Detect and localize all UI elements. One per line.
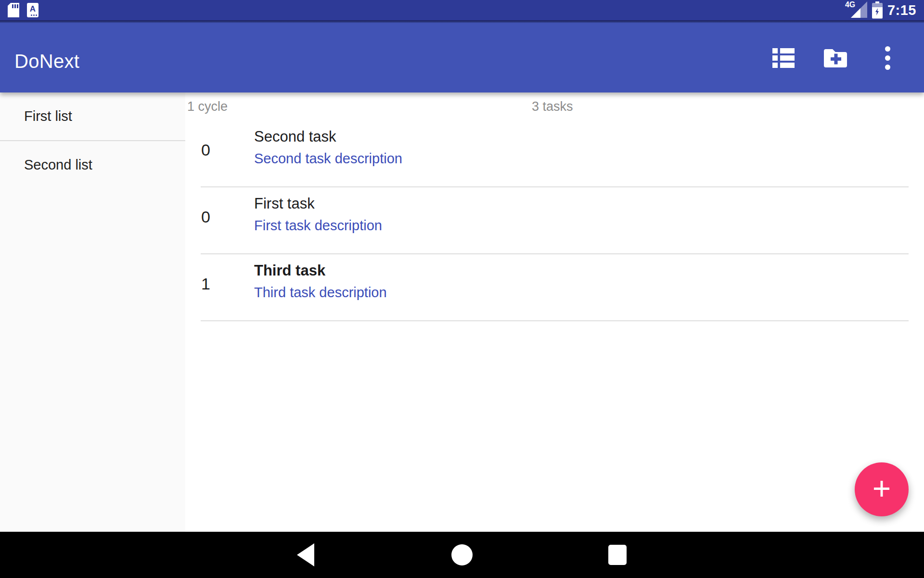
plus-icon: +: [873, 473, 891, 504]
task-title: First task: [254, 195, 382, 212]
add-task-fab[interactable]: +: [855, 462, 909, 516]
battery-charging-icon: [872, 1, 883, 19]
status-bar-shadow: [0, 20, 924, 23]
task-row[interactable]: 1 Third task Third task description: [185, 254, 924, 320]
sidebar-item-first-list[interactable]: First list: [0, 92, 185, 141]
view-list-icon: [772, 48, 795, 68]
home-button[interactable]: [433, 532, 491, 578]
keyboard-dots-icon: [31, 14, 37, 16]
lists-sidebar: First list Second list: [0, 92, 185, 532]
recents-button[interactable]: [589, 532, 646, 578]
app-bar: DoNext: [0, 23, 924, 92]
task-texts: First task First task description: [254, 195, 382, 234]
back-icon: [297, 543, 314, 566]
sidebar-item-label: First list: [24, 108, 72, 124]
status-bar-notifications: A: [8, 3, 38, 17]
tasks-count: 3 tasks: [532, 99, 573, 114]
create-new-folder-button[interactable]: [822, 44, 849, 71]
donext-app-screen: A 4G 7:15 DoNext: [0, 0, 924, 578]
create-new-folder-icon: [823, 47, 848, 68]
task-title: Second task: [254, 128, 402, 145]
overflow-menu-button[interactable]: [874, 44, 901, 71]
status-bar-system: 4G 7:15: [845, 1, 916, 19]
status-bar: A 4G 7:15: [0, 0, 924, 20]
task-list-pane: 1 cycle 3 tasks 0 Second task Second tas…: [185, 92, 924, 532]
recents-icon: [608, 545, 627, 565]
task-title: Third task: [254, 262, 387, 279]
keyboard-letter: A: [30, 4, 36, 13]
list-header: 1 cycle 3 tasks: [185, 92, 924, 120]
signal-4g-icon: 4G: [845, 1, 867, 19]
signal-triangle-icon: [851, 1, 867, 18]
view-list-button[interactable]: [770, 44, 797, 71]
task-count: 1: [201, 275, 254, 293]
task-texts: Second task Second task description: [254, 128, 402, 167]
back-button[interactable]: [277, 532, 334, 578]
sidebar-item-second-list[interactable]: Second list: [0, 141, 185, 189]
keyboard-a-icon: A: [27, 3, 38, 17]
task-count: 0: [201, 208, 254, 226]
sdcard-icon: [8, 3, 19, 17]
page-title: DoNext: [14, 51, 79, 72]
sidebar-item-label: Second list: [24, 157, 92, 173]
android-nav-bar: [0, 532, 924, 578]
task-description: Third task description: [254, 285, 387, 301]
body: First list Second list 1 cycle 3 tasks 0…: [0, 92, 924, 532]
task-texts: Third task Third task description: [254, 262, 387, 301]
task-row[interactable]: 0 Second task Second task description: [185, 120, 924, 186]
row-divider: [201, 320, 909, 321]
task-description: Second task description: [254, 151, 402, 167]
task-row[interactable]: 0 First task First task description: [185, 187, 924, 253]
overflow-menu-icon: [885, 46, 890, 70]
task-count: 0: [201, 141, 254, 159]
cycles-count: 1 cycle: [187, 99, 228, 114]
app-bar-actions: [770, 44, 901, 71]
clock: 7:15: [887, 2, 916, 18]
task-description: First task description: [254, 218, 382, 234]
home-icon: [451, 544, 473, 565]
